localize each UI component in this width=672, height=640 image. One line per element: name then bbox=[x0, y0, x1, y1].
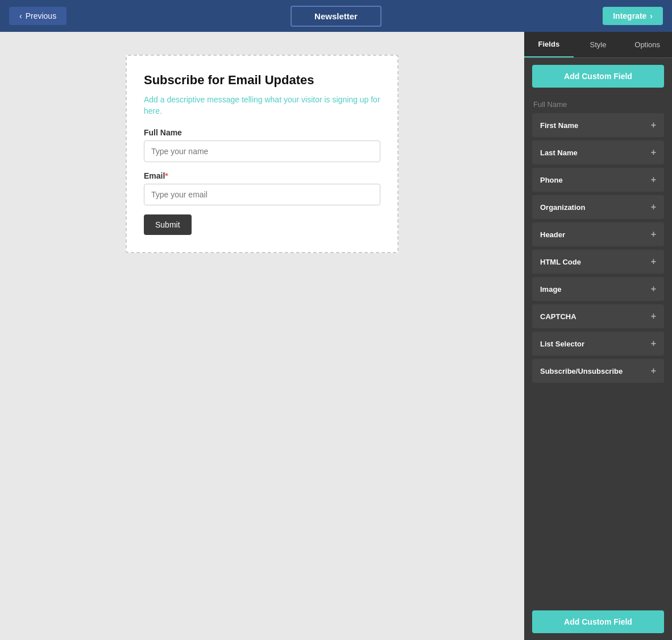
full-name-label: Full Name bbox=[144, 128, 380, 137]
form-card: Subscribe for Email Updates Add a descri… bbox=[126, 55, 399, 253]
add-header-icon[interactable]: + bbox=[651, 229, 656, 240]
add-custom-bottom-area: Add Custom Field bbox=[524, 604, 672, 640]
tab-style[interactable]: Style bbox=[574, 32, 623, 57]
description-highlight: ling bbox=[250, 95, 263, 104]
add-custom-field-button-bottom[interactable]: Add Custom Field bbox=[532, 610, 664, 633]
top-bar: ‹ Previous Newsletter Integrate › bbox=[0, 0, 672, 32]
tab-fields[interactable]: Fields bbox=[524, 32, 574, 57]
field-items-list: First Name + Last Name + Phone + Organiz… bbox=[524, 113, 672, 604]
field-item-html-code-label: HTML Code bbox=[540, 258, 581, 266]
field-item-html-code[interactable]: HTML Code + bbox=[532, 250, 664, 274]
add-custom-field-button-top[interactable]: Add Custom Field bbox=[532, 65, 664, 88]
add-captcha-icon[interactable]: + bbox=[651, 311, 656, 321]
field-item-subscribe-unsubscribe[interactable]: Subscribe/Unsubscribe + bbox=[532, 359, 664, 383]
field-item-list-selector-label: List Selector bbox=[540, 340, 584, 348]
email-required-marker: * bbox=[165, 171, 168, 180]
canvas-area: Subscribe for Email Updates Add a descri… bbox=[0, 32, 524, 640]
field-item-phone[interactable]: Phone + bbox=[532, 168, 664, 192]
add-list-selector-icon[interactable]: + bbox=[651, 338, 656, 349]
field-item-header[interactable]: Header + bbox=[532, 222, 664, 246]
add-custom-top-area: Add Custom Field bbox=[524, 58, 672, 94]
field-item-list-selector[interactable]: List Selector + bbox=[532, 332, 664, 356]
email-label: Email* bbox=[144, 171, 380, 180]
submit-button[interactable]: Submit bbox=[144, 214, 192, 235]
previous-button[interactable]: ‹ Previous bbox=[9, 7, 67, 25]
sidebar-tabs: Fields Style Options bbox=[524, 32, 672, 58]
newsletter-button[interactable]: Newsletter bbox=[291, 6, 381, 27]
field-item-captcha[interactable]: CAPTCHA + bbox=[532, 304, 664, 328]
description-text-1: Add a descriptive message tel bbox=[144, 95, 250, 104]
previous-label: Previous bbox=[26, 11, 56, 20]
integrate-button[interactable]: Integrate › bbox=[603, 7, 663, 25]
full-name-section-label: Full Name bbox=[524, 94, 672, 113]
tab-options[interactable]: Options bbox=[623, 32, 672, 57]
field-item-image-label: Image bbox=[540, 285, 562, 294]
field-item-first-name[interactable]: First Name + bbox=[532, 113, 664, 137]
add-phone-icon[interactable]: + bbox=[651, 175, 656, 185]
sidebar: Fields Style Options Add Custom Field Fu… bbox=[524, 32, 672, 640]
field-item-header-label: Header bbox=[540, 230, 565, 239]
add-organization-icon[interactable]: + bbox=[651, 202, 656, 212]
field-item-subscribe-unsubscribe-label: Subscribe/Unsubscribe bbox=[540, 367, 623, 375]
field-item-captcha-label: CAPTCHA bbox=[540, 312, 576, 321]
top-bar-center: Newsletter bbox=[291, 6, 381, 27]
field-item-organization[interactable]: Organization + bbox=[532, 195, 664, 219]
form-title: Subscribe for Email Updates bbox=[144, 73, 380, 88]
add-image-icon[interactable]: + bbox=[651, 284, 656, 294]
chevron-left-icon: ‹ bbox=[19, 11, 22, 20]
main-layout: Subscribe for Email Updates Add a descri… bbox=[0, 32, 672, 640]
email-input[interactable] bbox=[144, 184, 380, 205]
add-first-name-icon[interactable]: + bbox=[651, 120, 656, 130]
field-item-organization-label: Organization bbox=[540, 203, 585, 212]
full-name-input[interactable] bbox=[144, 141, 380, 162]
integrate-label: Integrate bbox=[613, 11, 646, 20]
add-html-code-icon[interactable]: + bbox=[651, 257, 656, 267]
field-item-phone-label: Phone bbox=[540, 176, 563, 184]
field-item-first-name-label: First Name bbox=[540, 121, 578, 130]
chevron-right-icon: › bbox=[650, 11, 653, 20]
form-description: Add a descriptive message telling what y… bbox=[144, 94, 380, 117]
field-item-last-name[interactable]: Last Name + bbox=[532, 141, 664, 164]
add-last-name-icon[interactable]: + bbox=[651, 147, 656, 158]
field-item-last-name-label: Last Name bbox=[540, 148, 578, 157]
field-item-image[interactable]: Image + bbox=[532, 277, 664, 301]
add-subscribe-unsubscribe-icon[interactable]: + bbox=[651, 366, 656, 376]
